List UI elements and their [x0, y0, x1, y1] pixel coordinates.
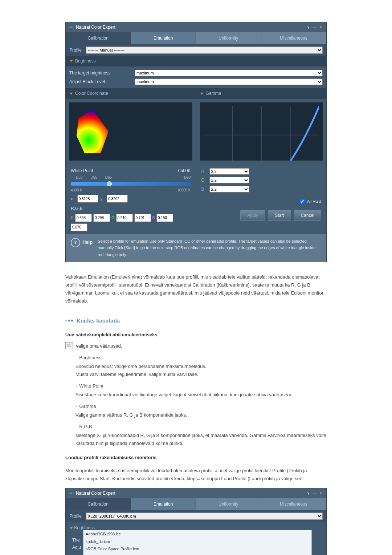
chromaticity-chart[interactable] — [69, 102, 192, 161]
help-label: Help — [82, 238, 93, 246]
cancel-button[interactable]: Cancel — [294, 210, 321, 221]
target-brightness-select[interactable]: maximum — [135, 70, 323, 76]
bullet-title: -R,G,B — [75, 423, 327, 431]
g-y-input[interactable] — [134, 214, 151, 222]
bullet-desc: Soovitud heledus: valige oma personaalne… — [75, 362, 327, 378]
tab-calibration[interactable]: Calibration — [66, 32, 131, 44]
help-text: Select a profile for emulation.Use only … — [98, 238, 321, 258]
white-point-slider[interactable] — [71, 182, 191, 186]
tab-uniformity[interactable]: Uniformity — [196, 498, 261, 510]
y-input[interactable] — [107, 195, 128, 203]
gamma-g-select[interactable]: 2.2 — [209, 177, 249, 183]
profile-list-item[interactable]: kodak_dc.icm — [83, 538, 311, 546]
emulation-window: Natural Color Expert ? — × Calibration E… — [65, 22, 327, 262]
tab-emulation[interactable]: Emulation — [131, 498, 196, 510]
profile-dropdown-list[interactable]: AdobeRGB1998.icckodak_dc.icmsRGB Color S… — [83, 530, 312, 555]
titlebar: Natural Color Expert ? — × — [66, 22, 326, 32]
window-title: Natural Color Expert — [76, 490, 115, 497]
button-row: Apply Start Cancel — [196, 207, 327, 224]
color-coord-header-label: Color Coordinate — [75, 90, 108, 97]
brightness-panel: The target brightness maximum Adjust Bla… — [66, 66, 326, 89]
step-text: valige oma väärtused. — [76, 342, 122, 350]
scale-d55: D55 — [90, 174, 97, 181]
minimize-icon[interactable]: — — [312, 491, 317, 496]
bullet-desc: Sisestage kohe koordinaat või liigutage … — [75, 391, 327, 399]
profile-row: Profile XL20_2006117_6403K.icm — [66, 510, 326, 522]
rgb-label: R,G,B — [71, 205, 191, 212]
app-logo-icon — [69, 493, 74, 494]
r-y-input[interactable] — [93, 214, 110, 222]
tab-miscellaneous[interactable]: Miscellaneous — [261, 32, 327, 44]
x-input[interactable] — [77, 195, 98, 203]
bullet-item: -GammaValige gamma väärtus R, G ja B kom… — [75, 402, 327, 419]
tab-emulation[interactable]: Emulation — [131, 32, 196, 44]
b-y-input[interactable] — [71, 223, 87, 231]
close-icon[interactable]: × — [318, 491, 323, 496]
profile-label: Profile — [69, 513, 82, 520]
step-number: 01 — [65, 342, 73, 349]
section-heading-text: Kuidas kasutada — [77, 316, 120, 325]
step-1: 01 valige oma väärtused. — [65, 342, 327, 350]
gamma-header-label: Gamma — [206, 90, 221, 97]
apply-button[interactable]: Apply — [240, 210, 265, 221]
tab-miscellaneous[interactable]: Miscellaneous — [261, 498, 327, 510]
range-high: 10000 K — [177, 187, 191, 193]
black-level-label: Adjust Black Level — [69, 78, 131, 85]
gamma-r-select[interactable]: 2.2 — [209, 168, 249, 175]
scale-d50: D50 — [76, 174, 82, 181]
gamma-g-label: G — [201, 177, 207, 184]
range-low: 4000 K — [71, 187, 82, 193]
profile-list-item[interactable]: AdobeRGB1998.icc — [83, 530, 311, 538]
gamma-chart[interactable] — [200, 102, 323, 161]
tab-uniformity[interactable]: Uniformity — [196, 32, 261, 44]
close-icon[interactable]: × — [318, 25, 323, 30]
expand-icon — [69, 60, 73, 62]
minimize-icon[interactable]: — — [312, 25, 317, 30]
white-point-value: 6500K — [178, 167, 191, 174]
r-prefix: R — [71, 214, 74, 221]
expand-icon — [69, 93, 73, 95]
r-x-input[interactable] — [75, 214, 92, 222]
gamma-r-label: R — [201, 168, 207, 175]
gamma-header[interactable]: Gamma — [196, 88, 327, 98]
profile-select[interactable]: -------- Manuel -------- — [86, 46, 323, 54]
window-controls: ? — × — [306, 490, 323, 497]
all-rgb-checkbox[interactable] — [300, 199, 305, 204]
profile-select[interactable]: XL20_2006117_6403K.icm — [86, 513, 323, 520]
expand-icon — [200, 93, 204, 95]
help-bar: ? Help Select a profile for emulation.Us… — [66, 234, 326, 262]
bg-text-adju: Adju — [72, 544, 81, 551]
target-brightness-label: The target brightness — [69, 69, 131, 77]
slider-thumb-icon[interactable] — [107, 181, 112, 186]
bullet-desc: Valige gamma väärtus R, G ja B komponent… — [75, 411, 327, 419]
section-heading: Kuidas kasutada — [65, 316, 327, 325]
profile-list-item[interactable]: XL20_2006112_6430K.icm — [83, 553, 311, 555]
heading-dots-icon — [65, 320, 73, 321]
bullet-desc: sisestage X- ja Y-koordinaadid R, G ja B… — [75, 432, 327, 447]
start-button[interactable]: Start — [268, 210, 291, 221]
g-x-input[interactable] — [116, 214, 133, 222]
window-controls: ? — × — [306, 24, 323, 31]
brightness-header[interactable]: Brightness — [66, 56, 326, 66]
bullet-title: -Brightness — [75, 354, 327, 362]
help-icon[interactable]: ? — [306, 25, 311, 30]
b-x-input[interactable] — [156, 214, 173, 222]
brightness-header-label: Brightness — [75, 57, 96, 65]
tab-bar: Calibration Emulation Uniformity Miscell… — [66, 32, 326, 44]
white-point-label: White Point — [71, 167, 93, 174]
tab-bar: Calibration Emulation Uniformity Miscell… — [66, 498, 326, 510]
black-level-select[interactable]: maximum — [135, 78, 323, 85]
scale-d93: D93 — [184, 174, 191, 181]
color-coordinate-header[interactable]: Color Coordinate — [66, 88, 196, 98]
titlebar: Natural Color Expert ? — × — [66, 488, 326, 498]
tab-calibration[interactable]: Calibration — [66, 498, 131, 510]
profile-label: Profile — [69, 46, 82, 54]
help-icon[interactable]: ? — [306, 491, 311, 496]
profile-list-item[interactable]: sRGB Color Space Profile.icm — [83, 545, 311, 553]
b-prefix: B — [152, 214, 155, 221]
window-title: Natural Color Expert — [76, 24, 115, 31]
bg-text-the: The — [72, 536, 80, 544]
all-rgb-label: All RGB — [307, 198, 321, 205]
profile-dropdown-window: Natural Color Expert ? — × Calibration E… — [65, 488, 327, 555]
gamma-b-select[interactable]: 2.2 — [209, 186, 249, 193]
